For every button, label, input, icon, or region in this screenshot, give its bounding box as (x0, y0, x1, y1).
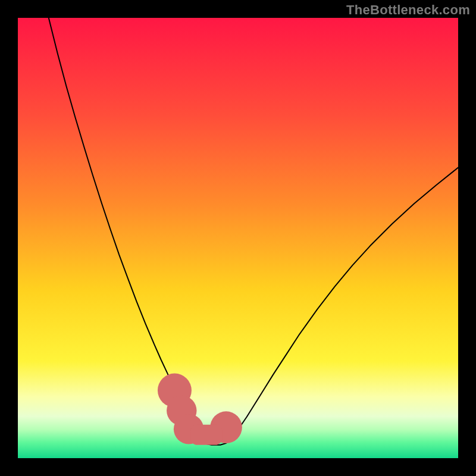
chart-background (18, 18, 458, 458)
chart-svg (18, 18, 458, 458)
chart-plot-area (18, 18, 458, 458)
watermark-text: TheBottleneck.com (346, 2, 470, 18)
marker-bar-4 (190, 425, 222, 445)
chart-frame: TheBottleneck.com (0, 0, 476, 476)
